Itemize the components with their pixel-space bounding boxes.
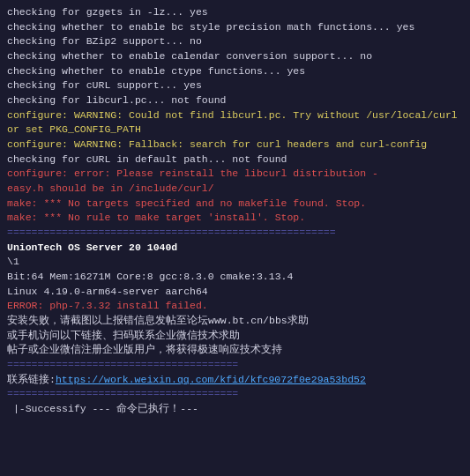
line-separator-1: ========================================… [7,226,463,241]
line-separator-2: ====================================== [7,358,463,373]
line-10: checking for cURL in default path... not… [7,152,463,167]
line-error-msg: ERROR: php-7.3.32 install failed. [7,299,463,314]
line-chinese-1: 安装失败，请截图以上报错信息发帖至论坛www.bt.cn/bbs求助 [7,314,463,329]
line-11: configure: error: Please reinstall the l… [7,167,463,196]
line-6: checking for cURL support... yes [7,78,463,93]
line-4: checking whether to enable calendar conv… [7,49,463,64]
line-12: make: *** No targets specified and no ma… [7,197,463,212]
line-backslash: \1 [7,255,463,270]
line-8: configure: WARNING: Could not find libcu… [7,108,463,138]
line-linux-info: Linux 4.19.0-arm64-server aarch64 [7,285,463,300]
line-chinese-3: 帖子或企业微信注册企业版用户，将获得极速响应技术支持 [7,343,463,358]
line-chinese-2: 或手机访问以下链接、扫码联系企业微信技术求助 [7,329,463,344]
line-7: checking for libcurl.pc... not found [7,93,463,108]
line-separator-3: ====================================== [7,387,463,402]
line-13: make: *** No rule to make target 'instal… [7,211,463,226]
line-5: checking whether to enable ctype functio… [7,64,463,79]
line-2: checking whether to enable bc style prec… [7,20,463,35]
line-9: configure: WARNING: Fallback: search for… [7,138,463,152]
line-1: checking for gzgets in -lz... yes [7,5,463,20]
line-success: |-Successify --- 命令已执行！--- [7,402,463,417]
line-os-name: UnionTech OS Server 20 1040d [7,241,463,256]
terminal-window: checking for gzgets in -lz... yes checki… [0,0,470,476]
line-system-info: Bit:64 Mem:16271M Core:8 gcc:8.3.0 cmake… [7,270,463,285]
line-3: checking for BZip2 support... no [7,34,463,49]
line-contact: 联系链接:https://work.weixin.qq.com/kfid/kfc… [7,373,463,388]
